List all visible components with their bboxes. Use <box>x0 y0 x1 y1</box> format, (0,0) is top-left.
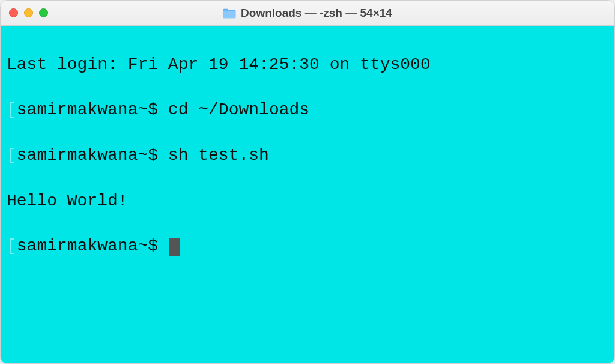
close-button[interactable] <box>9 8 18 17</box>
bracket-open-2: [ <box>7 146 17 165</box>
prompt-1: samirmakwana~$ <box>17 100 168 119</box>
output-1: Hello World! <box>7 192 128 210</box>
terminal-body[interactable]: Last login: Fri Apr 19 14:25:30 on ttys0… <box>1 26 614 363</box>
prompt-3: samirmakwana~$ <box>17 237 168 255</box>
bracket-open-3: [ <box>7 237 17 255</box>
command-line-2: [samirmakwana~$ sh test.sh <box>7 144 608 167</box>
minimize-button[interactable] <box>24 8 33 17</box>
window-title: Downloads — -zsh — 54×14 <box>241 7 392 20</box>
prompt-2: samirmakwana~$ <box>17 146 168 165</box>
last-login-line: Last login: Fri Apr 19 14:25:30 on ttys0… <box>7 53 608 76</box>
window-title-container: Downloads — -zsh — 54×14 <box>223 7 392 20</box>
title-bar: Downloads — -zsh — 54×14 <box>1 1 614 26</box>
command-2: sh test.sh <box>168 146 269 165</box>
last-login-text: Last login: Fri Apr 19 14:25:30 on ttys0… <box>7 55 431 74</box>
bracket-open-1: [ <box>7 100 17 119</box>
cursor <box>169 238 180 256</box>
maximize-button[interactable] <box>39 8 48 17</box>
prompt-line-3: [samirmakwana~$ <box>7 235 608 258</box>
output-line-1: Hello World! <box>7 190 608 213</box>
command-line-1: [samirmakwana~$ cd ~/Downloads <box>7 99 608 121</box>
terminal-window: Downloads — -zsh — 54×14 Last login: Fri… <box>0 0 615 364</box>
folder-icon <box>223 8 236 19</box>
command-1: cd ~/Downloads <box>168 100 309 119</box>
traffic-lights <box>9 8 48 17</box>
